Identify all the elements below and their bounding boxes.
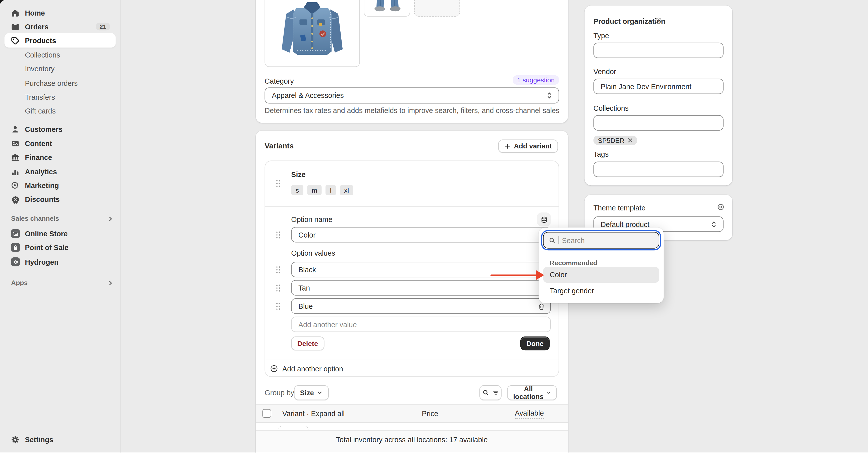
group-by-select[interactable]: Size [294, 385, 329, 400]
delete-option-button[interactable]: Delete [291, 336, 324, 350]
inventory-summary-footer: Total inventory across all locations: 17… [256, 430, 568, 453]
option-name-suggestions-popover: Search Recommended Color Target gender [539, 227, 664, 303]
apps-header[interactable]: Apps [11, 277, 114, 289]
remove-tag-icon[interactable] [628, 138, 633, 143]
tags-input[interactable] [593, 162, 723, 177]
admin-surface: Home Orders 21 Products Collections Inve… [0, 0, 868, 453]
sidebar-item-orders[interactable]: Orders 21 [4, 19, 116, 34]
size-chip[interactable]: l [326, 185, 336, 195]
recommended-section-label: Recommended [550, 259, 597, 267]
size-chip[interactable]: xl [340, 185, 353, 195]
sidebar: Home Orders 21 Products Collections Inve… [0, 0, 121, 453]
chevron-down-icon [546, 390, 551, 396]
sidebar-item-settings[interactable]: Settings [4, 432, 116, 447]
orders-icon [11, 22, 19, 31]
locations-select[interactable]: All locations [507, 385, 557, 400]
search-filter-button[interactable] [479, 385, 502, 400]
group-by-label: Group by [265, 388, 294, 397]
app-window: Home Orders 21 Products Collections Inve… [0, 0, 868, 453]
product-organization-card: Product organization Type Vendor Collect… [585, 5, 733, 185]
sidebar-item-hydrogen[interactable]: Hydrogen [4, 255, 116, 269]
done-button[interactable]: Done [520, 336, 550, 350]
drag-handle-icon[interactable] [276, 302, 281, 311]
product-image-main[interactable] [265, 0, 360, 67]
sidebar-item-analytics[interactable]: Analytics [4, 164, 116, 179]
info-icon[interactable] [654, 17, 662, 24]
suggestion-item-target-gender[interactable]: Target gender [543, 283, 659, 299]
view-icon[interactable] [716, 203, 724, 211]
sidebar-item-purchase-orders[interactable]: Purchase orders [4, 76, 116, 90]
divider [265, 206, 559, 207]
plus-icon [504, 143, 511, 150]
linked-metafield-button[interactable] [537, 213, 551, 226]
category-label: Category [265, 77, 294, 85]
filter-icon [492, 389, 499, 396]
discounts-icon [11, 195, 19, 203]
sidebar-item-collections[interactable]: Collections [4, 48, 116, 62]
online-store-icon [11, 229, 20, 238]
type-label: Type [593, 32, 609, 40]
sidebar-item-transfers[interactable]: Transfers [4, 90, 116, 104]
suggestion-item-color[interactable]: Color [543, 267, 659, 283]
sidebar-item-label: Products [25, 36, 56, 44]
add-media-dropzone[interactable] [414, 0, 460, 17]
variants-table-header: Variant · Expand all Price Available [256, 404, 568, 423]
sidebar-item-content[interactable]: Content [4, 136, 116, 151]
drag-handle-icon[interactable] [276, 231, 281, 239]
price-column-header: Price [422, 410, 438, 418]
variants-title: Variants [265, 141, 294, 150]
annotation-arrow-icon [491, 270, 544, 281]
jeans-image [364, 0, 410, 17]
sidebar-item-online-store[interactable]: Online Store [4, 226, 116, 240]
theme-template-title: Theme template [593, 204, 646, 212]
variant-column-header[interactable]: Variant · Expand all [282, 410, 345, 418]
vendor-input[interactable] [593, 78, 723, 94]
size-chips: s m l xl [291, 185, 353, 195]
tag-icon [11, 36, 19, 44]
add-value-input[interactable] [291, 317, 551, 332]
option-name-label: Option name [291, 215, 332, 224]
tags-label: Tags [593, 150, 609, 158]
text-cursor [559, 236, 559, 244]
product-media-category-card: Category 1 suggestion Apparel & Accessor… [256, 0, 568, 123]
delete-value-button[interactable] [537, 302, 545, 311]
available-column-header[interactable]: Available [515, 409, 544, 419]
size-chip[interactable]: s [291, 185, 303, 195]
popover-search-input[interactable]: Search [543, 232, 659, 249]
collections-input[interactable] [593, 115, 723, 131]
sidebar-item-discounts[interactable]: Discounts [4, 192, 116, 206]
denim-jacket-image [265, 0, 360, 67]
drag-handle-icon[interactable] [276, 284, 281, 292]
sidebar-item-point-of-sale[interactable]: Point of Sale [4, 240, 116, 255]
gear-icon [11, 435, 19, 444]
chevron-down-icon [317, 390, 323, 396]
orders-count-badge: 21 [96, 23, 110, 30]
category-select[interactable]: Apparel & Accessories [265, 87, 559, 103]
sidebar-item-home[interactable]: Home [4, 5, 116, 20]
point-of-sale-icon [11, 243, 20, 252]
sidebar-item-customers[interactable]: Customers [4, 122, 116, 136]
product-image-thumbnail[interactable] [364, 0, 410, 17]
category-suggestion-badge[interactable]: 1 suggestion [513, 75, 559, 85]
collections-label: Collections [593, 104, 629, 112]
sidebar-item-marketing[interactable]: Marketing [4, 178, 116, 193]
sidebar-item-products[interactable]: Products [4, 33, 116, 47]
drag-handle-icon[interactable] [276, 179, 281, 188]
drag-handle-icon[interactable] [276, 266, 281, 274]
trash-icon [537, 302, 545, 311]
sidebar-item-finance[interactable]: Finance [4, 150, 116, 164]
search-placeholder: Search [562, 236, 585, 244]
add-variant-button[interactable]: Add variant [498, 139, 558, 153]
sidebar-item-inventory[interactable]: Inventory [4, 62, 116, 76]
add-another-option-row[interactable]: Add another option [265, 360, 559, 378]
option-name-input[interactable] [291, 227, 551, 242]
select-all-checkbox[interactable] [262, 409, 271, 418]
sidebar-item-gift-cards[interactable]: Gift cards [4, 103, 116, 118]
size-chip[interactable]: m [307, 185, 321, 195]
finance-icon [11, 153, 19, 161]
option-value-input[interactable] [291, 298, 551, 314]
option-value-input[interactable] [291, 280, 551, 296]
sales-channels-header[interactable]: Sales channels [11, 213, 114, 225]
hydrogen-icon [11, 257, 20, 266]
type-input[interactable] [593, 43, 723, 58]
